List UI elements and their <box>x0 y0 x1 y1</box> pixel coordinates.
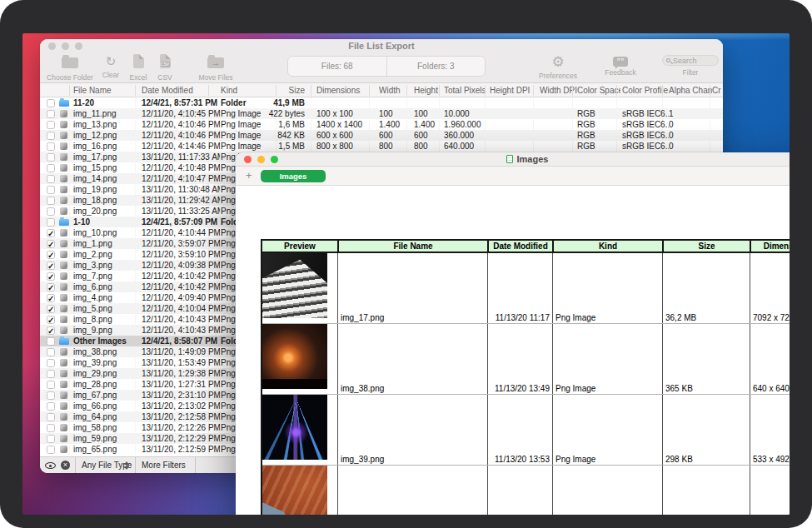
row-checkbox[interactable]: ✓ <box>47 294 55 302</box>
image-file-icon <box>60 305 67 312</box>
row-checkbox[interactable]: ✓ <box>47 305 55 313</box>
cell-name: img_14.png <box>73 173 140 184</box>
cell-size: 41,9 MB <box>247 97 305 108</box>
cell-date: 12/11/20, 4:10:43 PM <box>142 325 220 336</box>
column-header-name[interactable]: File Name <box>73 83 140 97</box>
row-checkbox[interactable] <box>47 402 55 411</box>
row-checkbox[interactable] <box>47 424 55 432</box>
cell-name: img_13.png <box>73 119 140 130</box>
row-checkbox[interactable] <box>47 164 55 172</box>
row-checkbox[interactable] <box>47 413 55 421</box>
preview-table-row[interactable]: img_17.png11/13/20 11:17Png Image36,2 MB… <box>262 253 790 324</box>
column-header-dims[interactable]: Dimensions <box>316 83 375 97</box>
image-file-icon <box>60 240 67 247</box>
row-checkbox[interactable]: ✓ <box>47 272 55 281</box>
cell-name: img_59.png <box>73 433 140 444</box>
preview-cell-dims: 540 x 531 <box>750 466 790 515</box>
gear-icon: ⚙ <box>533 54 583 70</box>
cell-date: 12/11/20, 4:10:43 PM <box>142 314 220 325</box>
cell-name: img_39.png <box>73 357 140 368</box>
row-checkbox[interactable] <box>47 370 55 378</box>
preview-table-row[interactable]: img_29.png11/13/20 13:29Png Image657 KB5… <box>262 466 790 515</box>
cell-name: img_6.png <box>73 281 140 292</box>
cell-name: 11-20 <box>73 97 140 108</box>
move-files-button[interactable]: → Move Files <box>195 54 237 82</box>
table-row[interactable]: 11-2012/4/21, 8:57:31 PMFolder41,9 MB <box>40 97 723 108</box>
column-header-cr[interactable]: Cr <box>712 83 723 97</box>
preview-cell-name: img_17.png <box>337 253 487 323</box>
preview-table-row[interactable]: img_38.png11/13/20 13:49Png Image365 KB6… <box>262 324 790 395</box>
row-checkbox[interactable] <box>47 121 55 129</box>
cell-date: 12/4/21, 8:58:07 PM <box>142 336 220 346</box>
row-checkbox[interactable] <box>47 218 55 227</box>
sheet-tab-images[interactable]: Images <box>261 170 326 182</box>
table-row[interactable]: img_13.png12/11/20, 4:10:46 PMPng Image1… <box>40 119 723 130</box>
row-checkbox[interactable]: ✓ <box>47 251 55 259</box>
titlebar[interactable]: File List Export <box>40 39 723 52</box>
column-header-width[interactable]: Width <box>379 83 414 97</box>
row-checkbox[interactable]: ✓ <box>47 316 55 324</box>
cell-date: 12/11/20, 4:10:42 PM <box>142 271 220 281</box>
eye-icon[interactable] <box>45 462 56 469</box>
row-checkbox[interactable] <box>47 197 55 205</box>
cell-cr <box>712 119 723 130</box>
table-row[interactable]: img_11.png12/11/20, 4:10:45 PMPng Image4… <box>40 108 723 119</box>
row-checkbox[interactable] <box>47 142 55 151</box>
row-checkbox[interactable]: ✓ <box>47 326 55 335</box>
row-checkbox[interactable] <box>47 207 55 216</box>
feedback-button[interactable]: ”” Feedback <box>600 54 641 77</box>
row-checkbox[interactable]: ✓ <box>47 229 55 237</box>
image-file-icon <box>60 251 67 258</box>
sheet-tab-bar: + Images <box>236 167 790 186</box>
clear-filter-icon[interactable]: × <box>61 461 70 470</box>
cell-wdpi <box>540 119 578 130</box>
preview-image <box>262 324 327 389</box>
cell-cspace <box>577 97 620 108</box>
cell-date: 13/11/20, 2:13:02 PM <box>142 401 220 411</box>
cell-date: 13/11/20, 1:29:38 PM <box>142 368 220 379</box>
search-input[interactable]: Search <box>662 55 719 66</box>
row-checkbox[interactable] <box>47 110 55 118</box>
row-checkbox[interactable] <box>47 132 55 140</box>
row-checkbox[interactable] <box>47 381 55 389</box>
dropdown-stepper-icon[interactable] <box>124 461 129 470</box>
cell-total <box>444 97 491 108</box>
table-row[interactable]: img_16.png12/11/20, 4:14:46 PMPng Image1… <box>40 141 723 152</box>
row-checkbox[interactable] <box>47 186 55 194</box>
table-row[interactable]: img_12.png12/11/20, 4:10:46 PMPng Image8… <box>40 130 723 141</box>
preview-image <box>262 395 327 460</box>
preferences-button[interactable]: ⚙ Preferences <box>533 54 583 80</box>
cell-height: 600 <box>414 130 446 141</box>
cell-height <box>414 97 446 108</box>
column-header-hdpi[interactable]: Height DPI <box>490 83 531 97</box>
row-checkbox[interactable]: ✓ <box>47 240 55 248</box>
row-checkbox[interactable] <box>47 337 55 346</box>
column-header-total[interactable]: Total Pixels <box>444 83 491 97</box>
cell-dims: 100 x 100 <box>316 108 375 119</box>
preview-table-row[interactable]: img_39.png11/13/20 13:53Png Image298 KB5… <box>262 395 790 466</box>
row-checkbox[interactable] <box>47 435 55 443</box>
cell-total: 640.000 <box>444 141 491 152</box>
choose-folder-button[interactable]: Choose Folder <box>47 54 93 82</box>
clear-button[interactable]: ↻ Clear <box>97 54 125 79</box>
column-header-alpha[interactable]: Alpha Chan... <box>669 83 712 97</box>
row-checkbox[interactable] <box>47 359 55 367</box>
row-checkbox[interactable] <box>47 175 55 183</box>
cell-wdpi <box>540 108 578 119</box>
add-sheet-button[interactable]: + <box>246 169 252 182</box>
csv-export-button[interactable]: CSV CSV <box>152 54 178 82</box>
more-filters-button[interactable]: More Filters <box>142 457 186 473</box>
row-checkbox[interactable] <box>47 153 55 162</box>
row-checkbox[interactable]: ✓ <box>47 262 55 270</box>
row-checkbox[interactable] <box>47 348 55 356</box>
column-header-cspace[interactable]: Color Space <box>577 83 620 97</box>
cell-wdpi <box>540 97 578 108</box>
row-checkbox[interactable]: ✓ <box>47 283 55 291</box>
row-checkbox[interactable] <box>47 446 55 454</box>
excel-export-button[interactable]: Excel <box>125 54 152 82</box>
row-checkbox[interactable] <box>47 391 55 400</box>
row-checkbox[interactable] <box>47 99 55 107</box>
column-header-height[interactable]: Height <box>414 83 446 97</box>
window-images-preview: Images + Images PreviewFile NameDate Mod… <box>236 152 790 515</box>
titlebar[interactable]: Images <box>236 152 790 167</box>
